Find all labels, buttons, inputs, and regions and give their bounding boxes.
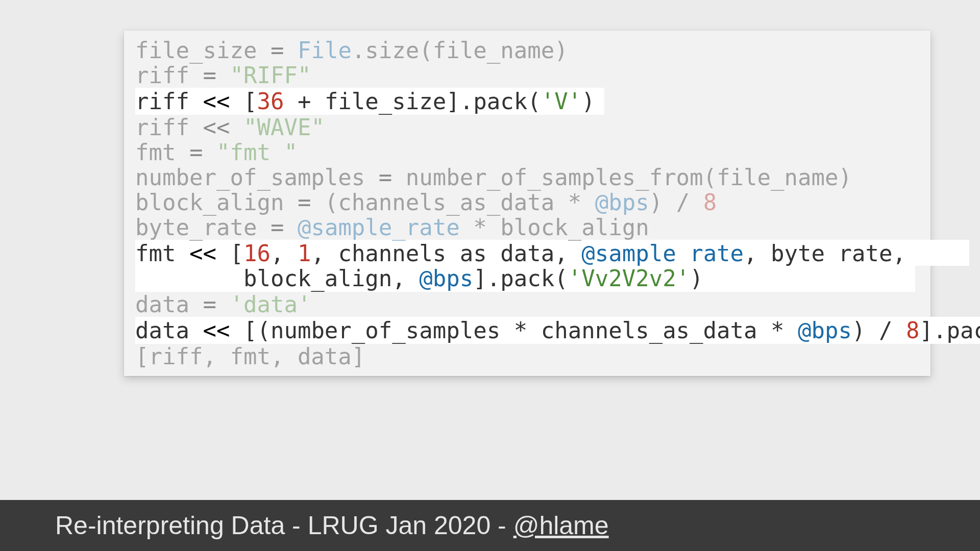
footer-prefix: Re-interpreting Data - LRUG Jan 2020 - [55, 511, 513, 540]
highlight-line-riff-pack: riff << [36 + file_size].pack('V') [135, 88, 604, 115]
code-block: file_size = File.size(file_name)riff = "… [124, 38, 930, 369]
footer-text: Re-interpreting Data - LRUG Jan 2020 - @… [55, 511, 609, 540]
code-card: file_size = File.size(file_name)riff = "… [124, 31, 930, 376]
highlight-line-fmt-pack-1: fmt << [16, 1, channels_as_data, @sample… [135, 240, 969, 266]
highlight-line-fmt-pack-2: block_align, @bps].pack('Vv2V2v2') [135, 266, 915, 292]
slide: file_size = File.size(file_name)riff = "… [118, 31, 862, 449]
highlight-line-data-pack: data << [(number_of_samples * channels_a… [135, 317, 980, 344]
footer-bar: Re-interpreting Data - LRUG Jan 2020 - @… [0, 500, 980, 551]
footer-handle[interactable]: @hlame [513, 511, 609, 540]
